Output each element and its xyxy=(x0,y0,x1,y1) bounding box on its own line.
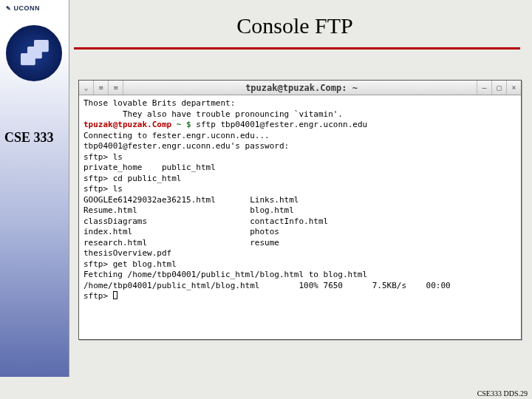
title-underline xyxy=(74,47,520,50)
maximize-button[interactable]: □ xyxy=(491,81,506,95)
logo-text: UCONN xyxy=(14,4,41,12)
course-label: CSE 333 xyxy=(0,130,69,146)
university-logo: ✎ UCONN xyxy=(6,4,40,12)
terminal-titlebar[interactable]: ⌄ ≡ ≡ tpuzak@tpuzak.Comp: ~ — □ × xyxy=(79,81,521,95)
svg-rect-2 xyxy=(34,40,49,52)
sidebar: ✎ UCONN CSE 333 xyxy=(0,0,69,377)
tab-next-button[interactable]: ≡ xyxy=(109,81,123,95)
slide: ✎ UCONN CSE 333 Console FTP ⌄ ≡ ≡ tpuzak… xyxy=(0,0,532,399)
tab-prev-button[interactable]: ≡ xyxy=(94,81,109,95)
close-button[interactable]: × xyxy=(506,81,521,95)
terminal-body[interactable]: Those lovable Brits department: They als… xyxy=(79,95,521,336)
page-title: Console FTP xyxy=(69,13,520,38)
menu-button[interactable]: ⌄ xyxy=(79,81,94,95)
cse-seal xyxy=(6,25,62,81)
minimize-button[interactable]: — xyxy=(477,81,491,95)
terminal-title: tpuzak@tpuzak.Comp: ~ xyxy=(126,83,477,93)
terminal-window: ⌄ ≡ ≡ tpuzak@tpuzak.Comp: ~ — □ × Those … xyxy=(78,80,522,340)
footer-note: CSE333 DDS.29 xyxy=(477,389,528,398)
